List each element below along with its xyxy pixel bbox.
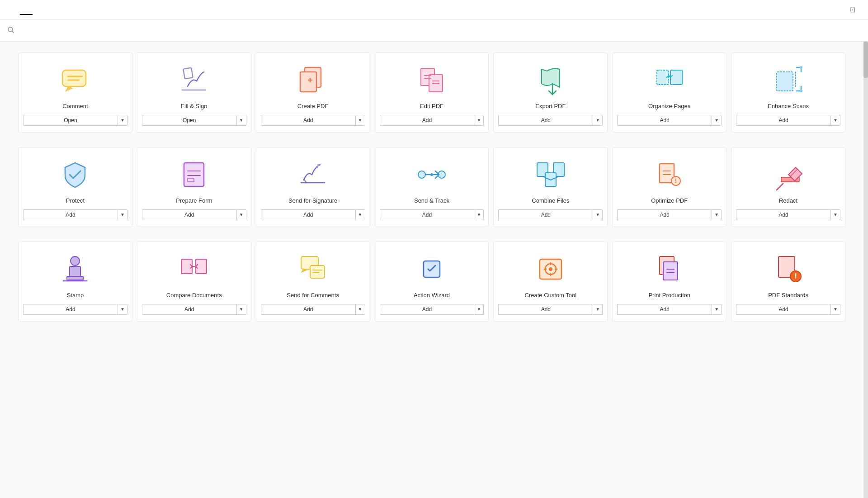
tool-name-organize-pages: Organize Pages: [648, 103, 690, 110]
svg-rect-66: [663, 262, 678, 280]
btn-row-compare-docs: Add▼: [142, 304, 246, 315]
tool-name-combine-files: Combine Files: [532, 197, 569, 205]
btn-dropdown-create-custom-tool[interactable]: ▼: [593, 304, 603, 315]
btn-main-enhance-scans[interactable]: Add: [736, 115, 830, 126]
top-nav: ⊡: [0, 0, 868, 20]
btn-main-action-wizard[interactable]: Add: [380, 304, 474, 315]
btn-dropdown-stamp[interactable]: ▼: [118, 304, 127, 315]
btn-main-fill-sign[interactable]: Open: [142, 115, 236, 126]
tool-name-create-pdf: Create PDF: [297, 103, 329, 110]
btn-main-send-track[interactable]: Add: [380, 209, 474, 220]
btn-main-compare-docs[interactable]: Add: [142, 304, 236, 315]
btn-row-stamp: Add▼: [23, 304, 127, 315]
svg-rect-23: [184, 163, 204, 186]
btn-main-print-production[interactable]: Add: [617, 304, 712, 315]
btn-main-stamp[interactable]: Add: [23, 304, 118, 315]
btn-main-optimize-pdf[interactable]: Add: [617, 209, 712, 220]
search-input[interactable]: [18, 27, 154, 34]
svg-rect-19: [670, 70, 682, 85]
svg-marker-5: [65, 86, 73, 92]
btn-dropdown-pdf-standards[interactable]: ▼: [830, 304, 840, 315]
btn-main-combine-files[interactable]: Add: [498, 209, 593, 220]
btn-main-send-comments[interactable]: Add: [261, 304, 355, 315]
tool-name-action-wizard: Action Wizard: [414, 292, 450, 299]
btn-main-export-pdf[interactable]: Add: [498, 115, 593, 126]
nav-right: ⊡: [849, 5, 861, 14]
btn-main-comment[interactable]: Open: [23, 115, 118, 126]
btn-dropdown-edit-pdf[interactable]: ▼: [474, 115, 484, 126]
btn-dropdown-comment[interactable]: ▼: [118, 115, 127, 126]
btn-main-edit-pdf[interactable]: Add: [380, 115, 474, 126]
search-icon: [7, 26, 14, 35]
btn-dropdown-send-signature[interactable]: ▼: [355, 209, 365, 220]
export-pdf-icon: [533, 62, 569, 98]
btn-row-combine-files: Add▼: [498, 209, 603, 220]
btn-row-protect: Add▼: [23, 209, 127, 220]
btn-dropdown-combine-files[interactable]: ▼: [593, 209, 603, 220]
btn-main-organize-pages[interactable]: Add: [617, 115, 712, 126]
tool-name-compare-docs: Compare Documents: [166, 292, 222, 299]
btn-dropdown-create-pdf[interactable]: ▼: [355, 115, 365, 126]
tool-card-print-production: Print ProductionAdd▼: [612, 242, 726, 322]
btn-dropdown-protect[interactable]: ▼: [118, 209, 127, 220]
tool-name-enhance-scans: Enhance Scans: [768, 103, 809, 110]
btn-dropdown-enhance-scans[interactable]: ▼: [830, 115, 840, 126]
nav-tab-tools[interactable]: [20, 5, 33, 15]
protect-icon: [57, 157, 93, 193]
svg-rect-48: [70, 266, 80, 276]
svg-point-60: [549, 267, 552, 271]
svg-point-21: [800, 66, 802, 69]
optimize-pdf-icon: [651, 157, 688, 193]
btn-row-prepare-form: Add▼: [142, 209, 246, 220]
tool-card-action-wizard: Action WizardAdd▼: [375, 242, 489, 322]
btn-dropdown-action-wizard[interactable]: ▼: [474, 304, 484, 315]
btn-dropdown-prepare-form[interactable]: ▼: [236, 209, 246, 220]
tool-card-compare-docs: Compare DocumentsAdd▼: [137, 242, 251, 322]
btn-dropdown-fill-sign[interactable]: ▼: [236, 115, 246, 126]
tool-name-protect: Protect: [66, 197, 85, 205]
btn-main-redact[interactable]: Add: [736, 209, 830, 220]
tool-name-send-track: Send & Track: [414, 197, 449, 205]
svg-rect-9: [300, 72, 316, 92]
tool-card-optimize-pdf: Optimize PDFAdd▼: [612, 147, 726, 227]
svg-rect-7: [183, 68, 193, 79]
btn-dropdown-send-comments[interactable]: ▼: [355, 304, 365, 315]
btn-main-create-custom-tool[interactable]: Add: [498, 304, 593, 315]
btn-dropdown-send-track[interactable]: ▼: [474, 209, 484, 220]
search-bar: [0, 20, 868, 42]
tools-grid-row2: ProtectAdd▼ Prepare FormAdd▼ Send for Si…: [18, 147, 845, 227]
tool-card-enhance-scans: Enhance ScansAdd▼: [731, 52, 845, 133]
btn-main-send-signature[interactable]: Add: [261, 209, 355, 220]
btn-main-pdf-standards[interactable]: Add: [736, 304, 830, 315]
nav-tab-home[interactable]: [7, 5, 20, 15]
btn-dropdown-organize-pages[interactable]: ▼: [712, 115, 722, 126]
btn-dropdown-optimize-pdf[interactable]: ▼: [712, 209, 722, 220]
tools-content: CommentOpen▼ Fill & SignOpen▼ Create PDF…: [0, 42, 863, 498]
btn-main-prepare-form[interactable]: Add: [142, 209, 236, 220]
btn-dropdown-redact[interactable]: ▼: [830, 209, 840, 220]
btn-main-create-pdf[interactable]: Add: [261, 115, 355, 126]
tool-name-fill-sign: Fill & Sign: [181, 103, 208, 110]
tool-name-redact: Redact: [779, 197, 797, 205]
tool-name-create-custom-tool: Create Custom Tool: [525, 292, 577, 299]
svg-rect-20: [777, 72, 793, 91]
tool-card-export-pdf: Export PDFAdd▼: [493, 52, 608, 133]
nav-tab-document[interactable]: [33, 5, 45, 15]
btn-dropdown-export-pdf[interactable]: ▼: [593, 115, 603, 126]
btn-row-create-custom-tool: Add▼: [498, 304, 603, 315]
tool-card-create-pdf: Create PDFAdd▼: [256, 52, 370, 133]
btn-row-action-wizard: Add▼: [380, 304, 484, 315]
btn-row-organize-pages: Add▼: [617, 115, 722, 126]
scrollbar-thumb[interactable]: [863, 42, 868, 78]
btn-dropdown-compare-docs[interactable]: ▼: [236, 304, 246, 315]
pdf-standards-icon: [770, 251, 807, 287]
btn-dropdown-print-production[interactable]: ▼: [712, 304, 722, 315]
btn-main-protect[interactable]: Add: [23, 209, 118, 220]
scrollbar-track[interactable]: [863, 42, 868, 498]
tools-grid-row1: CommentOpen▼ Fill & SignOpen▼ Create PDF…: [18, 52, 845, 133]
tool-card-comment: CommentOpen▼: [18, 52, 132, 133]
svg-line-46: [777, 184, 783, 190]
tool-card-combine-files: Combine FilesAdd▼: [493, 147, 608, 227]
tool-card-edit-pdf: Edit PDFAdd▼: [375, 52, 489, 133]
tool-card-create-custom-tool: Create Custom ToolAdd▼: [493, 242, 608, 322]
